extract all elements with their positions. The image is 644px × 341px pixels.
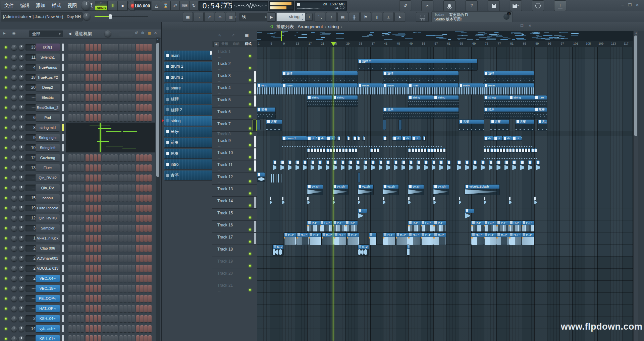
channel-volume-knob[interactable]: [19, 256, 24, 261]
step-cell[interactable]: [119, 175, 123, 182]
menu-item-1[interactable]: 编辑: [20, 3, 30, 9]
step-cell[interactable]: [131, 215, 135, 222]
pattern-item[interactable]: 旋律: [164, 94, 213, 104]
step-cell[interactable]: [119, 285, 123, 292]
tab-audio[interactable]: 音频: [221, 42, 228, 46]
rack-close-icon[interactable]: ✕: [154, 31, 157, 35]
track-led[interactable]: [249, 289, 251, 291]
link-button[interactable]: ∞: [215, 12, 225, 22]
step-cell[interactable]: [90, 154, 93, 161]
channel-pan-knob[interactable]: [11, 246, 17, 251]
step-cell[interactable]: [90, 325, 93, 332]
step-cell[interactable]: [76, 195, 80, 202]
channel-led[interactable]: [5, 318, 7, 320]
channel-button[interactable]: Sylenth1: [36, 54, 60, 61]
step-cell[interactable]: [119, 64, 123, 71]
step-cell[interactable]: [127, 64, 131, 71]
song-position-slider[interactable]: [95, 16, 148, 17]
step-grid-icon[interactable]: ▦: [148, 31, 151, 35]
playlist-button[interactable]: ▤: [337, 12, 348, 22]
step-cell[interactable]: [98, 175, 101, 182]
track-led[interactable]: [249, 91, 251, 93]
pattern-panel-scrollthumb[interactable]: [210, 51, 212, 55]
step-cell[interactable]: [114, 245, 118, 252]
step-cell[interactable]: [136, 64, 140, 71]
save-new-button[interactable]: +: [510, 0, 522, 11]
clip[interactable]: [383, 136, 386, 141]
step-cell[interactable]: [98, 285, 101, 292]
channel-led[interactable]: [5, 107, 7, 109]
slide-button[interactable]: ↗: [204, 12, 214, 22]
clip[interactable]: dr..: [412, 136, 421, 141]
step-cell[interactable]: [123, 104, 127, 111]
step-cell[interactable]: [140, 104, 144, 111]
grid-track-row[interactable]: [257, 172, 633, 184]
clip[interactable]: P..P: [471, 221, 484, 231]
step-cell[interactable]: [140, 235, 144, 242]
step-cell[interactable]: [86, 164, 89, 172]
channel-pan-knob[interactable]: [11, 145, 17, 151]
step-cell[interactable]: [136, 315, 140, 322]
step-cell[interactable]: [94, 195, 97, 202]
note-preview-panel[interactable]: [66, 123, 155, 152]
step-cell[interactable]: [76, 235, 80, 242]
clip[interactable]: [317, 148, 319, 152]
channel-led[interactable]: [5, 328, 7, 330]
clip[interactable]: drum 1: [282, 136, 307, 141]
step-cell[interactable]: [119, 255, 123, 262]
channel-level-bar[interactable]: [62, 84, 64, 91]
step-cell[interactable]: [140, 64, 144, 71]
step-cell[interactable]: [144, 215, 148, 222]
track-options-dots[interactable]: ...: [218, 144, 222, 147]
channel-number[interactable]: 19: [25, 205, 37, 211]
step-cell[interactable]: [86, 44, 89, 51]
step-cell[interactable]: [68, 305, 72, 312]
clip[interactable]: [496, 148, 499, 152]
step-cell[interactable]: [144, 335, 148, 341]
metronome-button[interactable]: △: [152, 1, 161, 11]
step-cell[interactable]: [98, 225, 101, 232]
step-cell[interactable]: [148, 154, 152, 161]
step-cell[interactable]: [144, 255, 148, 262]
step-cell[interactable]: [140, 44, 144, 51]
grid-track-row[interactable]: [257, 281, 633, 293]
step-cell[interactable]: [131, 205, 135, 212]
clip[interactable]: [363, 136, 365, 141]
clip[interactable]: [271, 174, 272, 183]
step-cell[interactable]: [94, 154, 97, 161]
loop-record-button[interactable]: ↻: [189, 1, 199, 11]
step-cell[interactable]: [144, 64, 148, 71]
clip[interactable]: [421, 148, 423, 152]
clip[interactable]: [377, 148, 379, 152]
step-cell[interactable]: [114, 84, 118, 91]
step-cell[interactable]: [136, 255, 140, 262]
step-cell[interactable]: [114, 175, 118, 182]
step-cell[interactable]: [94, 164, 97, 172]
step-cell[interactable]: [72, 225, 76, 232]
step-cell[interactable]: [123, 64, 127, 71]
step-cell[interactable]: [123, 175, 127, 182]
step-cell[interactable]: [86, 275, 89, 282]
channel-led[interactable]: [5, 86, 7, 89]
step-cell[interactable]: [136, 94, 140, 101]
track-options-dots[interactable]: ...: [218, 228, 222, 232]
step-cell[interactable]: [80, 74, 84, 81]
channel-level-bar[interactable]: [62, 154, 64, 161]
step-cell[interactable]: [127, 164, 131, 172]
step-cell[interactable]: [127, 84, 131, 91]
step-cell[interactable]: [110, 154, 114, 161]
clip[interactable]: [432, 160, 435, 170]
step-cell[interactable]: [94, 225, 97, 232]
step-cell[interactable]: [140, 54, 144, 61]
trash-button[interactable]: ▥: [226, 12, 236, 22]
channel-pan-knob[interactable]: [11, 115, 17, 121]
step-cell[interactable]: [119, 225, 123, 232]
clip[interactable]: [465, 160, 469, 170]
step-cell[interactable]: [86, 154, 89, 161]
step-cell[interactable]: [114, 255, 118, 262]
step-cell[interactable]: [144, 305, 148, 312]
note-tools-button[interactable]: ♪: [326, 12, 337, 22]
clip[interactable]: [270, 197, 272, 205]
clip[interactable]: P..P: [333, 221, 345, 231]
step-cell[interactable]: [68, 195, 72, 202]
